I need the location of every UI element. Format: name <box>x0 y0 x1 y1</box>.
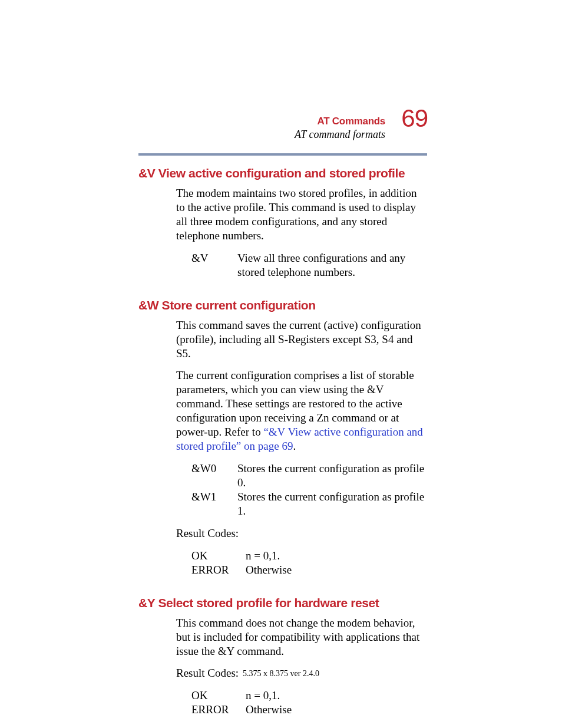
page-number: 69 <box>401 106 428 131</box>
result-val: n = 0,1. <box>246 549 292 563</box>
option-row: &W1 Stores the current configuration as … <box>191 490 427 518</box>
result-key: OK <box>191 689 246 703</box>
option-table: &W0 Stores the current configuration as … <box>191 462 427 518</box>
result-key: ERROR <box>191 563 246 577</box>
result-row: ERROR Otherwise <box>191 703 292 717</box>
running-header: AT Commands AT command formats <box>295 116 385 141</box>
option-desc: Stores the current configuration as prof… <box>237 490 427 518</box>
paragraph: The current configuration comprises a li… <box>176 368 427 453</box>
heading-y: &Y Select stored profile for hardware re… <box>138 596 427 610</box>
result-row: OK n = 0,1. <box>191 689 292 703</box>
result-key: ERROR <box>191 703 246 717</box>
option-desc: Stores the current configuration as prof… <box>237 462 427 490</box>
result-val: Otherwise <box>246 563 292 577</box>
result-codes-table: OK n = 0,1. ERROR Otherwise <box>191 549 427 577</box>
page: 69 AT Commands AT command formats &V Vie… <box>0 0 562 728</box>
paragraph: This command does not change the modem b… <box>176 616 427 658</box>
result-row: ERROR Otherwise <box>191 563 292 577</box>
result-codes-label: Result Codes: <box>176 526 427 541</box>
heading-w: &W Store current configuration <box>138 298 427 312</box>
section-subtitle: AT command formats <box>295 129 385 141</box>
option-key: &W1 <box>191 490 237 518</box>
paragraph: This command saves the current (active) … <box>176 318 427 361</box>
result-val: Otherwise <box>246 703 292 717</box>
option-row: &W0 Stores the current configuration as … <box>191 462 427 490</box>
option-row: &V View all three configurations and any… <box>191 251 427 279</box>
text-run: . <box>293 440 296 452</box>
heading-v: &V View active configuration and stored … <box>138 166 427 180</box>
result-val: n = 0,1. <box>246 689 292 703</box>
header-rule <box>138 153 427 156</box>
option-table: &V View all three configurations and any… <box>191 251 427 279</box>
option-key: &V <box>191 251 237 279</box>
footer-version: 5.375 x 8.375 ver 2.4.0 <box>0 669 562 678</box>
result-row: OK n = 0,1. <box>191 549 292 563</box>
chapter-title: AT Commands <box>295 116 385 127</box>
paragraph: The modem maintains two stored profiles,… <box>176 186 427 243</box>
option-key: &W0 <box>191 462 237 490</box>
content-area: &V View active configuration and stored … <box>138 166 427 725</box>
option-desc: View all three configurations and any st… <box>237 251 427 279</box>
result-codes-table: OK n = 0,1. ERROR Otherwise <box>191 689 427 717</box>
result-key: OK <box>191 549 246 563</box>
